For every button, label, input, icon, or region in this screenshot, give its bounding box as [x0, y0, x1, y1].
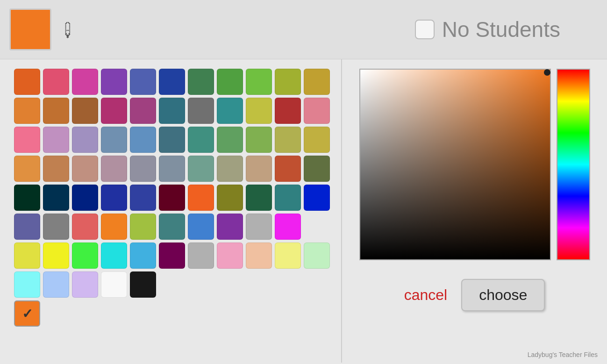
color-swatch[interactable] — [14, 243, 40, 269]
color-swatch[interactable] — [217, 243, 243, 269]
color-swatch[interactable] — [159, 127, 185, 153]
color-swatch[interactable] — [130, 243, 156, 269]
color-swatch[interactable] — [14, 271, 40, 298]
color-swatch[interactable] — [159, 185, 185, 211]
no-students-label: No Students — [442, 17, 560, 42]
color-swatch[interactable] — [14, 98, 40, 124]
color-swatch[interactable] — [275, 243, 301, 269]
color-grid: ✓ — [14, 69, 327, 327]
color-swatch[interactable] — [14, 127, 40, 153]
color-swatch[interactable] — [246, 98, 272, 124]
color-swatch[interactable] — [130, 156, 156, 182]
color-swatch[interactable] — [159, 69, 185, 95]
color-swatch[interactable] — [304, 127, 330, 153]
color-swatch[interactable] — [43, 127, 69, 153]
color-swatch[interactable] — [275, 156, 301, 182]
color-swatch[interactable] — [159, 243, 185, 269]
eyedropper-icon[interactable]: 🖊 — [57, 18, 80, 41]
color-swatch[interactable] — [101, 156, 127, 182]
selected-color-preview[interactable] — [9, 8, 51, 50]
color-swatch[interactable] — [275, 98, 301, 124]
color-swatch[interactable] — [304, 98, 330, 124]
color-swatch[interactable] — [14, 185, 40, 211]
color-swatch[interactable] — [217, 185, 243, 211]
color-swatch[interactable] — [14, 156, 40, 182]
color-swatch[interactable] — [101, 69, 127, 95]
button-row: cancel choose — [404, 279, 545, 311]
color-swatch[interactable] — [43, 98, 69, 124]
color-swatch[interactable] — [217, 214, 243, 240]
color-swatch[interactable] — [130, 69, 156, 95]
color-swatch[interactable] — [217, 69, 243, 95]
color-swatch[interactable] — [246, 243, 272, 269]
no-students-checkbox[interactable] — [415, 20, 435, 39]
color-swatch[interactable] — [188, 185, 214, 211]
color-swatch[interactable] — [43, 243, 69, 269]
color-swatch[interactable] — [72, 156, 98, 182]
color-swatch[interactable] — [72, 127, 98, 153]
color-swatch[interactable] — [130, 271, 156, 298]
hue-bar[interactable] — [557, 69, 590, 260]
cancel-button[interactable]: cancel — [404, 286, 448, 304]
choose-button[interactable]: choose — [461, 279, 545, 311]
color-swatch[interactable] — [246, 69, 272, 95]
color-swatch[interactable] — [217, 98, 243, 124]
saturation-cursor — [544, 69, 550, 76]
color-swatch[interactable] — [275, 127, 301, 153]
color-swatch[interactable] — [101, 271, 127, 298]
color-swatch[interactable] — [101, 214, 127, 240]
color-swatch[interactable] — [72, 98, 98, 124]
color-swatch[interactable] — [304, 156, 330, 182]
color-swatch[interactable] — [101, 243, 127, 269]
color-swatch[interactable] — [72, 69, 98, 95]
color-swatch[interactable] — [72, 185, 98, 211]
color-swatch[interactable] — [217, 127, 243, 153]
color-swatch[interactable] — [188, 127, 214, 153]
color-swatch[interactable] — [188, 243, 214, 269]
color-swatch[interactable] — [101, 185, 127, 211]
color-swatch[interactable] — [275, 185, 301, 211]
color-swatch[interactable] — [14, 69, 40, 95]
color-swatch[interactable] — [275, 214, 301, 240]
color-swatch[interactable] — [246, 185, 272, 211]
no-students-area: No Students — [415, 17, 560, 42]
color-swatch[interactable] — [14, 214, 40, 240]
color-swatch[interactable] — [43, 156, 69, 182]
color-swatch[interactable] — [304, 243, 330, 269]
saturation-box[interactable] — [359, 69, 551, 260]
color-swatch[interactable] — [159, 156, 185, 182]
checkmark-swatch[interactable]: ✓ — [14, 300, 40, 327]
color-swatch[interactable] — [217, 156, 243, 182]
color-swatch[interactable] — [101, 98, 127, 124]
footer-credit: Ladybug's Teacher Files — [528, 351, 598, 358]
color-swatch[interactable] — [159, 98, 185, 124]
color-swatch[interactable] — [130, 185, 156, 211]
color-swatch[interactable] — [43, 185, 69, 211]
color-swatch[interactable] — [72, 214, 98, 240]
color-swatch[interactable] — [246, 127, 272, 153]
main-content: ✓ cancel choose — [0, 59, 607, 363]
color-swatch[interactable] — [130, 98, 156, 124]
color-swatch[interactable] — [188, 98, 214, 124]
color-swatch[interactable] — [130, 214, 156, 240]
color-swatch[interactable] — [188, 214, 214, 240]
color-swatch[interactable] — [246, 156, 272, 182]
header: 🖊 No Students — [0, 0, 607, 59]
color-swatch[interactable] — [43, 271, 69, 298]
color-swatch[interactable] — [275, 69, 301, 95]
picker-area — [359, 69, 590, 260]
color-swatch[interactable] — [188, 69, 214, 95]
color-swatch[interactable] — [246, 214, 272, 240]
color-swatch[interactable] — [130, 127, 156, 153]
color-swatch[interactable] — [43, 69, 69, 95]
color-swatch[interactable] — [304, 185, 330, 211]
color-swatch[interactable] — [43, 214, 69, 240]
color-swatch[interactable] — [304, 69, 330, 95]
color-swatch[interactable] — [101, 127, 127, 153]
palette-section: ✓ — [0, 59, 341, 363]
color-swatch[interactable] — [72, 271, 98, 298]
color-swatch[interactable] — [159, 214, 185, 240]
color-swatch[interactable] — [188, 156, 214, 182]
picker-section: cancel choose — [342, 59, 607, 363]
color-swatch[interactable] — [72, 243, 98, 269]
